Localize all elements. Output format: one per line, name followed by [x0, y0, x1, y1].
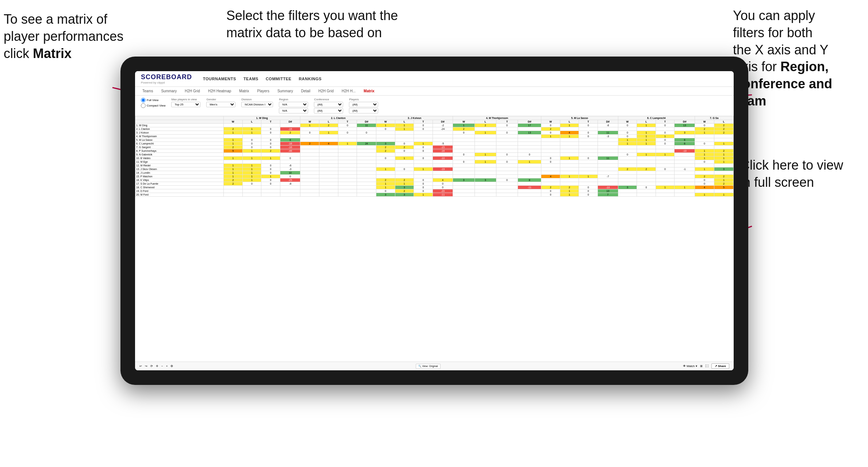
matrix-cell: 1: [376, 186, 395, 189]
subnav-matrix-active[interactable]: Matrix: [362, 88, 376, 94]
matrix-cell: 2: [475, 124, 496, 127]
subnav-matrix[interactable]: Matrix: [238, 88, 250, 94]
h-4-d: Dif: [518, 120, 541, 124]
view-original-button[interactable]: 🔍 View: Original: [416, 364, 441, 369]
matrix-cell: [560, 127, 579, 131]
toolbar-undo[interactable]: ↩: [139, 364, 142, 368]
matrix-cell: [433, 175, 453, 178]
table-row: 2. L Clanton210-16010-242222: [135, 127, 734, 131]
nav-rankings[interactable]: RANKINGS: [299, 76, 322, 82]
subnav-h2h-grid2[interactable]: H2H Grid: [317, 88, 335, 94]
watch-label[interactable]: 👁 Watch ▾: [683, 364, 697, 368]
matrix-cell: 1: [714, 178, 733, 182]
matrix-cell: 1: [475, 153, 496, 157]
toolbar-refresh[interactable]: ⟳: [150, 364, 153, 368]
players-select2[interactable]: (All): [349, 108, 378, 113]
toolbar-zoom-out[interactable]: −: [161, 364, 163, 368]
matrix-cell: 4: [560, 131, 579, 135]
subnav-summary[interactable]: Summary: [160, 88, 178, 94]
table-row: 8. P Summerhays512-46200-16-1312: [135, 149, 734, 153]
matrix-cell: [518, 193, 541, 197]
matrix-cell: 1: [224, 175, 243, 178]
toolbar-cursor[interactable]: ✛: [156, 364, 158, 368]
gender-select[interactable]: Men's: [206, 102, 235, 107]
matrix-cell: [496, 157, 518, 160]
matrix-cell: 0: [376, 189, 395, 193]
nav-tournaments[interactable]: TOURNAMENTS: [203, 76, 236, 82]
matrix-table-container[interactable]: 1. W Ding 2. L Clanton 3. J Koivun 4. M …: [135, 116, 734, 362]
player-name-cell: 7. G Sargent: [135, 146, 224, 149]
grid-icon[interactable]: ⊞: [700, 364, 703, 368]
matrix-cell: [224, 189, 243, 193]
region-select1[interactable]: N/A: [279, 102, 308, 107]
matrix-cell: [395, 175, 414, 178]
players-select1[interactable]: (All): [349, 102, 378, 107]
share-button[interactable]: ↗ Share: [711, 363, 729, 369]
matrix-cell: 0: [261, 142, 280, 146]
matrix-cell: 2: [560, 186, 579, 189]
matrix-cell: [357, 167, 376, 171]
subnav-h2h-grid[interactable]: H2H Grid: [183, 88, 201, 94]
h-4-w: W: [453, 120, 475, 124]
matrix-cell: 3: [675, 131, 695, 135]
matrix-cell: [224, 193, 243, 197]
h-5-l: L: [560, 120, 579, 124]
matrix-cell: [618, 160, 637, 164]
max-players-select[interactable]: Top 25: [171, 102, 200, 107]
matrix-cell: 1: [242, 175, 261, 178]
division-select[interactable]: NCAA Division I: [241, 102, 273, 107]
matrix-cell: 0: [338, 124, 357, 127]
subnav-h2h-heatmap[interactable]: H2H Heatmap: [207, 88, 233, 94]
matrix-cell: 13: [518, 131, 541, 135]
subnav-summary2[interactable]: Summary: [276, 88, 295, 94]
subnav-h2h-h[interactable]: H2H H...: [340, 88, 357, 94]
matrix-cell: 1: [376, 124, 395, 127]
matrix-cell: [637, 182, 656, 186]
subnav-detail[interactable]: Detail: [300, 88, 312, 94]
toolbar-zoom-in[interactable]: +: [166, 364, 168, 368]
nav-committee[interactable]: COMMITTEE: [266, 76, 292, 82]
full-view-radio[interactable]: [141, 98, 146, 103]
matrix-cell: 1: [338, 142, 357, 146]
ann-right-l2: filters for both: [733, 25, 813, 40]
matrix-cell: [541, 182, 560, 186]
matrix-cell: [637, 127, 656, 131]
toolbar-redo[interactable]: ↪: [145, 364, 147, 368]
matrix-cell: 0: [518, 153, 541, 157]
matrix-cell: [357, 178, 376, 182]
h-6-t: T: [656, 120, 675, 124]
player-name-cell: 15. P Maichon: [135, 175, 224, 178]
matrix-cell: 3: [376, 193, 395, 197]
matrix-cell: [618, 182, 637, 186]
expand-icon[interactable]: ⛶: [706, 364, 708, 368]
matrix-cell: 0: [656, 131, 675, 135]
matrix-cell: [518, 149, 541, 153]
conference-select1[interactable]: (All): [314, 102, 343, 107]
matrix-cell: [395, 138, 414, 142]
matrix-cell: [695, 164, 714, 167]
table-row: 20. M Ford331-11010711: [135, 193, 734, 197]
matrix-cell: [319, 153, 338, 157]
h-1-d: Dif: [280, 120, 300, 124]
matrix-cell: 1: [579, 175, 598, 178]
compact-view-option[interactable]: Compact View: [141, 103, 165, 108]
compact-view-radio[interactable]: [141, 103, 146, 108]
matrix-cell: [656, 157, 675, 160]
h-6-w: W: [618, 120, 637, 124]
matrix-cell: [319, 146, 338, 149]
subnav-teams[interactable]: Teams: [141, 88, 154, 94]
matrix-cell: [300, 160, 319, 164]
subnav-players[interactable]: Players: [256, 88, 271, 94]
table-row: 4. M Thorbjornsen110-3011: [135, 135, 734, 138]
matrix-cell: 24: [357, 142, 376, 146]
h-4-t: T: [496, 120, 518, 124]
full-view-option[interactable]: Full View: [141, 98, 165, 103]
matrix-cell: [242, 153, 261, 157]
region-select2[interactable]: N/A: [279, 108, 308, 113]
matrix-cell: 0: [261, 171, 280, 175]
toolbar-settings[interactable]: ⚙: [170, 364, 173, 368]
conference-select2[interactable]: (All): [314, 108, 343, 113]
table-row: 6. C Lamprecht100-1624124301-5110601: [135, 142, 734, 146]
nav-teams[interactable]: TEAMS: [243, 76, 258, 82]
matrix-cell: [496, 186, 518, 189]
